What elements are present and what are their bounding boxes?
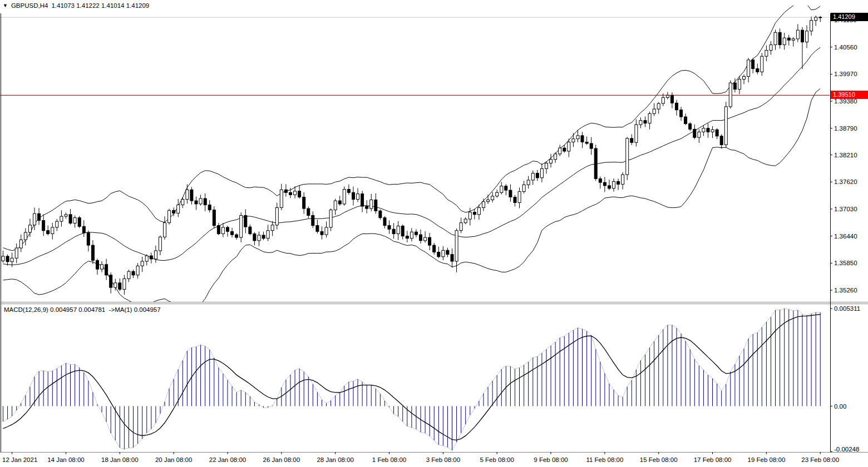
ohlc-values: 1.41073 1.41222 1.41014 1.41209 <box>51 2 149 9</box>
macd-main-line <box>3 309 821 450</box>
bollinger-lower-band <box>3 89 821 312</box>
candles <box>2 16 822 295</box>
time-axis-label[interactable]: 12 Jan 2021 <box>2 456 37 463</box>
time-axis-label[interactable]: 26 Jan 08:00 <box>263 456 300 463</box>
macd-axis-label: -0.00248 <box>834 446 859 453</box>
macd-panel <box>3 309 821 450</box>
time-axis-label[interactable]: 20 Jan 08:00 <box>155 456 193 463</box>
price-axis-label: 1.38790 <box>834 125 857 132</box>
price-axis-label: 1.39970 <box>834 71 857 77</box>
current-price-box: 1.41209 <box>831 13 868 21</box>
macd-axis-labels: 0.0053110.00-0.00248 <box>830 305 860 453</box>
red-line-price-box[interactable]: 1.39510 <box>831 91 868 99</box>
symbol-title: GBPUSD,H4 <box>11 2 48 9</box>
time-axis-label[interactable]: 28 Jan 08:00 <box>317 456 354 463</box>
macd-axis-label: 0.005311 <box>834 305 860 312</box>
price-axis-label: 1.35260 <box>834 287 857 294</box>
time-axis-label[interactable]: 11 Feb 08:00 <box>586 456 623 463</box>
time-axis-label[interactable]: 9 Feb 08:00 <box>534 456 568 463</box>
chart-header: ▼ GBPUSD,H4 1.41073 1.41222 1.41014 1.41… <box>3 2 149 9</box>
price-axis-label: 1.35850 <box>834 260 857 266</box>
bollinger-upper-band <box>3 3 821 251</box>
time-axis-label[interactable]: 17 Feb 08:00 <box>694 456 732 463</box>
macd-indicator-label: MACD(12,26,9) 0.004957 0.004781 ->MA(1) … <box>4 306 161 313</box>
time-axis-label[interactable]: 22 Jan 08:00 <box>209 456 246 463</box>
chart-canvas[interactable]: 1.411501.405601.399701.393801.387901.382… <box>0 0 868 467</box>
symbol-dropdown-icon[interactable]: ▼ <box>3 3 8 9</box>
time-axis-label[interactable]: 1 Feb 08:00 <box>372 456 406 463</box>
price-axis-labels: 1.411501.405601.399701.393801.387901.382… <box>830 17 857 294</box>
macd-axis-label: 0.00 <box>834 403 846 410</box>
time-axis-label[interactable]: 19 Feb 08:00 <box>748 456 786 463</box>
chart-window: 1.411501.405601.399701.393801.387901.382… <box>0 0 868 467</box>
price-axis-label: 1.36440 <box>834 233 857 240</box>
time-axis-label[interactable]: 23 Feb 08:00 <box>801 456 839 463</box>
time-axis-label[interactable]: 5 Feb 08:00 <box>480 456 514 463</box>
macd-histogram <box>3 309 821 450</box>
time-axis-labels: 12 Jan 202114 Jan 08:0018 Jan 08:0020 Ja… <box>2 452 839 463</box>
price-axis-label: 1.37030 <box>834 206 857 212</box>
time-axis-label[interactable]: 3 Feb 08:00 <box>426 456 460 463</box>
main-price-panel <box>0 3 830 312</box>
price-axis-label: 1.37620 <box>834 178 857 185</box>
time-axis-label[interactable]: 15 Feb 08:00 <box>640 456 678 463</box>
time-axis-label[interactable]: 18 Jan 08:00 <box>101 456 139 463</box>
price-axis-label: 1.40560 <box>834 44 857 51</box>
price-axis-label: 1.38210 <box>834 152 857 158</box>
time-axis-label[interactable]: 14 Jan 08:00 <box>47 456 85 463</box>
